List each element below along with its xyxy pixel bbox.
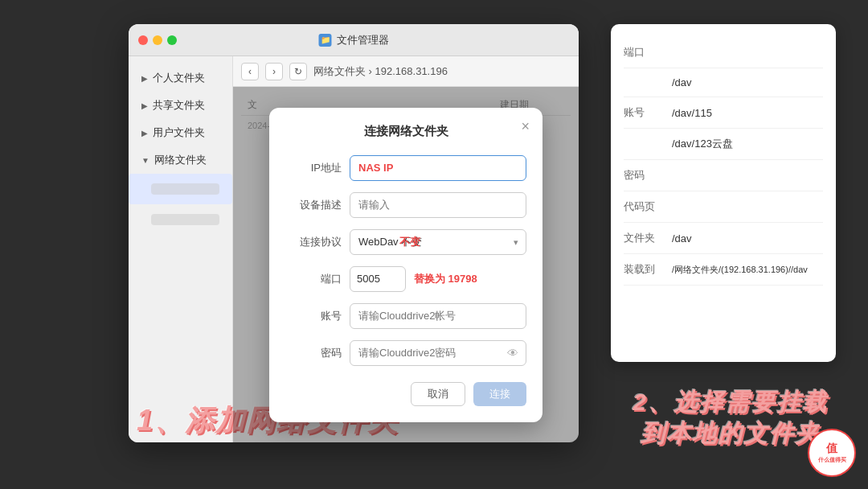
password-label: 密码 bbox=[285, 346, 342, 360]
panel-row-dav2: /dav/123云盘 bbox=[624, 129, 823, 160]
dialog-overlay: 连接网络文件夹 × IP地址 设备描述 bbox=[233, 87, 579, 442]
panel-row-account: 账号 /dav/115 bbox=[624, 97, 823, 129]
panel-row-folder: 文件夹 /dav bbox=[624, 223, 823, 254]
protocol-select-wrapper: WebDav 不变 ▾ 不变 bbox=[350, 229, 526, 255]
logo-text: 什么值得买 bbox=[818, 456, 846, 464]
annotation-select-folder: 2、选择需要挂载到本地的文件夹 bbox=[633, 386, 828, 449]
panel-mountto-value: /网络文件夹/(192.168.31.196)//dav bbox=[672, 264, 808, 276]
panel-row-dav1: /dav bbox=[624, 68, 823, 97]
back-button[interactable]: ‹ bbox=[241, 63, 259, 80]
dialog-close-button[interactable]: × bbox=[521, 119, 530, 134]
dialog-actions: 取消 连接 bbox=[285, 382, 526, 406]
ip-input[interactable] bbox=[350, 155, 526, 181]
close-button[interactable] bbox=[138, 35, 148, 45]
eye-icon[interactable]: 👁 bbox=[507, 347, 518, 360]
protocol-label: 连接协议 bbox=[285, 235, 342, 249]
maximize-button[interactable] bbox=[167, 35, 177, 45]
app-window: 📁 文件管理器 ▶ 个人文件夹 ▶ 共享文件夹 ▶ 用户文件夹 ▼ 网络文件夹 bbox=[129, 24, 579, 442]
blurred-text-1 bbox=[151, 183, 219, 195]
sidebar-net-sub-2 bbox=[129, 204, 232, 235]
sidebar-item-personal[interactable]: ▶ 个人文件夹 bbox=[129, 64, 232, 92]
panel-row-port: 端口 bbox=[624, 37, 823, 68]
panel-port-label: 端口 bbox=[624, 45, 672, 60]
panel-dav2-value: /dav/123云盘 bbox=[672, 137, 733, 151]
minimize-button[interactable] bbox=[153, 35, 162, 45]
protocol-select[interactable]: WebDav 不变 bbox=[350, 229, 526, 255]
file-list: 文 建日期 2024-0 连接网络文件夹 × IP地址 bbox=[233, 87, 579, 442]
sidebar-item-user[interactable]: ▶ 用户文件夹 bbox=[129, 119, 232, 146]
dialog-title: 连接网络文件夹 bbox=[285, 124, 526, 139]
form-row-password: 密码 👁 bbox=[285, 340, 526, 366]
desc-label: 设备描述 bbox=[285, 198, 342, 212]
right-panel: 端口 /dav 账号 /dav/115 /dav/123云盘 密码 代码页 文件… bbox=[611, 24, 836, 362]
panel-dav1-value: /dav bbox=[672, 76, 692, 88]
app-icon: 📁 bbox=[319, 34, 332, 47]
app-body: ▶ 个人文件夹 ▶ 共享文件夹 ▶ 用户文件夹 ▼ 网络文件夹 bbox=[129, 56, 579, 442]
password-input[interactable] bbox=[350, 340, 526, 366]
form-row-desc: 设备描述 bbox=[285, 192, 526, 218]
chevron-down-icon: ▼ bbox=[141, 156, 149, 165]
logo-icon: 值 bbox=[826, 442, 837, 456]
panel-account-label: 账号 bbox=[624, 105, 672, 120]
panel-mountto-label: 装载到 bbox=[624, 262, 672, 277]
form-row-account: 账号 bbox=[285, 303, 526, 329]
toolbar: ‹ › ↻ 网络文件夹 › 192.168.31.196 bbox=[233, 56, 579, 87]
port-label: 端口 bbox=[285, 272, 342, 286]
breadcrumb: 网络文件夹 › 192.168.31.196 bbox=[313, 64, 448, 79]
sidebar: ▶ 个人文件夹 ▶ 共享文件夹 ▶ 用户文件夹 ▼ 网络文件夹 bbox=[129, 56, 233, 442]
panel-folder-label: 文件夹 bbox=[624, 231, 672, 245]
panel-folder-value: /dav bbox=[672, 232, 692, 244]
logo-badge: 值 什么值得买 bbox=[808, 429, 856, 477]
panel-row-mountto: 装载到 /网络文件夹/(192.168.31.196)//dav bbox=[624, 254, 823, 286]
cancel-button[interactable]: 取消 bbox=[411, 382, 465, 406]
forward-button[interactable]: › bbox=[265, 63, 283, 80]
desc-input[interactable] bbox=[350, 192, 526, 218]
main-content: ‹ › ↻ 网络文件夹 › 192.168.31.196 文 建日期 2024-… bbox=[233, 56, 579, 442]
chevron-right-icon: ▶ bbox=[141, 101, 148, 110]
chevron-right-icon: ▶ bbox=[141, 74, 148, 83]
panel-password-label: 密码 bbox=[624, 168, 672, 183]
account-label: 账号 bbox=[285, 309, 342, 323]
chevron-right-icon: ▶ bbox=[141, 129, 148, 138]
title-bar: 📁 文件管理器 bbox=[129, 24, 579, 56]
sidebar-item-shared[interactable]: ▶ 共享文件夹 bbox=[129, 92, 232, 119]
ip-label: IP地址 bbox=[285, 161, 342, 175]
traffic-lights bbox=[138, 35, 177, 45]
port-input[interactable] bbox=[350, 266, 406, 292]
form-row-ip: IP地址 bbox=[285, 155, 526, 181]
port-hint: 替换为 19798 bbox=[414, 272, 477, 286]
panel-row-password: 密码 bbox=[624, 160, 823, 191]
form-row-protocol: 连接协议 WebDav 不变 ▾ 不变 bbox=[285, 229, 526, 255]
sidebar-net-sub-1 bbox=[129, 174, 232, 204]
refresh-button[interactable]: ↻ bbox=[289, 63, 307, 80]
panel-row-codepage: 代码页 bbox=[624, 191, 823, 223]
sidebar-item-network[interactable]: ▼ 网络文件夹 bbox=[129, 146, 232, 174]
confirm-button[interactable]: 连接 bbox=[473, 382, 526, 406]
panel-account-value: /dav/115 bbox=[672, 107, 712, 119]
form-row-port: 端口 替换为 19798 bbox=[285, 266, 526, 292]
panel-codepage-label: 代码页 bbox=[624, 199, 672, 214]
connect-dialog: 连接网络文件夹 × IP地址 设备描述 bbox=[269, 108, 542, 422]
account-input[interactable] bbox=[350, 303, 526, 329]
password-wrapper: 👁 bbox=[350, 340, 526, 366]
blurred-text-2 bbox=[151, 214, 219, 225]
window-title: 📁 文件管理器 bbox=[319, 33, 389, 47]
